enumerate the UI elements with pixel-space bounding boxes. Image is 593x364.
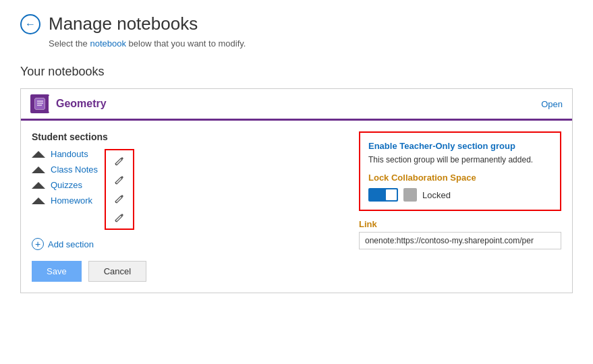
section-link-homework[interactable]: Homework	[51, 195, 92, 206]
notebook-body: Student sections Handouts Class Notes	[21, 121, 572, 293]
svg-rect-5	[35, 98, 45, 109]
locked-label: Locked	[422, 190, 451, 200]
section-tab-icon	[32, 198, 45, 204]
edit-button-3[interactable]	[113, 211, 126, 224]
toggle-off	[403, 188, 417, 202]
page-title: Manage notebooks	[49, 13, 198, 34]
subtitle-pre: Select the	[49, 38, 90, 49]
toggle-thumb	[386, 189, 397, 200]
header: ← Manage notebooks	[20, 13, 573, 34]
right-panel: Enable Teacher-Only section group This s…	[359, 131, 561, 282]
teacher-box-desc: This section group will be permanently a…	[368, 155, 552, 164]
subtitle: Select the notebook below that you want …	[49, 38, 573, 49]
section-tab-icon	[32, 166, 45, 173]
subtitle-link[interactable]: notebook	[90, 38, 126, 49]
edit-button-0[interactable]	[113, 154, 126, 168]
notebook-header: Geometry Open	[21, 89, 572, 121]
sections-list: Handouts Class Notes Quizzes Homewo	[32, 149, 345, 230]
edit-icons-column	[105, 149, 134, 230]
notebook-icon	[30, 94, 49, 113]
section-link-classnotes[interactable]: Class Notes	[51, 164, 98, 175]
cancel-button[interactable]: Cancel	[88, 261, 146, 282]
save-button[interactable]: Save	[32, 261, 82, 282]
notebook-svg-icon	[34, 98, 46, 110]
pencil-icon	[115, 156, 124, 166]
section-heading: Your notebooks	[20, 65, 573, 79]
notebook-header-left: Geometry	[30, 94, 107, 113]
student-sections-title: Student sections	[32, 131, 345, 142]
link-section: Link	[359, 219, 561, 249]
add-section-button[interactable]: + Add section	[32, 238, 345, 250]
back-button[interactable]: ←	[20, 14, 40, 34]
lock-row: Locked	[368, 188, 552, 202]
action-buttons: Save Cancel	[32, 261, 345, 282]
page-container: ← Manage notebooks Select the notebook b…	[0, 0, 593, 317]
lock-title: Lock Collaboration Space	[368, 173, 552, 183]
add-circle-icon: +	[32, 238, 44, 250]
list-item: Homework	[32, 195, 98, 206]
notebook-name: Geometry	[56, 98, 107, 110]
open-link[interactable]: Open	[541, 99, 563, 109]
list-item: Class Notes	[32, 164, 98, 175]
list-item: Quizzes	[32, 180, 98, 190]
edit-button-2[interactable]	[113, 192, 126, 206]
notebook-container: Geometry Open Student sections Handouts	[20, 88, 573, 293]
section-names: Handouts Class Notes Quizzes Homewo	[32, 149, 98, 230]
link-input[interactable]	[359, 232, 561, 249]
lock-toggle[interactable]	[368, 188, 398, 202]
pencil-icon	[115, 194, 124, 204]
back-icon: ←	[25, 18, 36, 30]
teacher-box-title[interactable]: Enable Teacher-Only section group	[368, 141, 552, 151]
list-item: Handouts	[32, 149, 98, 159]
edit-button-1[interactable]	[113, 173, 126, 187]
link-label: Link	[359, 219, 561, 229]
pencil-icon	[115, 213, 124, 222]
pencil-icon	[115, 175, 124, 185]
section-link-handouts[interactable]: Handouts	[51, 149, 88, 159]
left-panel: Student sections Handouts Class Notes	[32, 131, 345, 282]
teacher-only-box: Enable Teacher-Only section group This s…	[359, 131, 561, 211]
section-tab-icon	[32, 182, 45, 189]
section-link-quizzes[interactable]: Quizzes	[51, 180, 82, 190]
section-tab-icon	[32, 151, 45, 158]
add-section-label: Add section	[48, 239, 94, 249]
subtitle-post: below that you want to modify.	[126, 38, 246, 49]
